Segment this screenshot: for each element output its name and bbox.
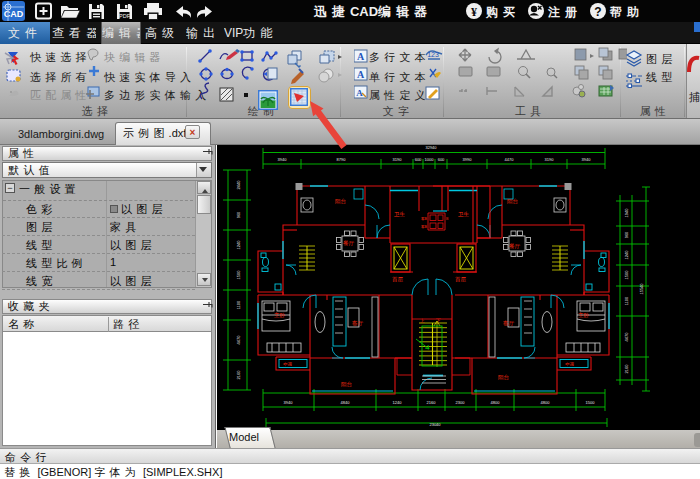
svg-text:客B: 客B <box>421 216 428 221</box>
svg-text:960: 960 <box>624 231 629 238</box>
svg-text:3940: 3940 <box>284 400 294 405</box>
svg-text:3990: 3990 <box>463 157 473 162</box>
svg-text:4800: 4800 <box>541 400 551 405</box>
svg-text:1500: 1500 <box>586 400 596 405</box>
svg-text:2160: 2160 <box>427 400 437 405</box>
svg-text:960: 960 <box>236 211 241 218</box>
svg-text:4800: 4800 <box>491 400 501 405</box>
svg-text:空调: 空调 <box>565 361 574 367</box>
svg-text:1100: 1100 <box>624 296 629 305</box>
svg-text:阳台: 阳台 <box>341 381 352 388</box>
svg-text:CAD: CAD <box>4 9 24 19</box>
svg-text:¥: ¥ <box>471 5 477 19</box>
svg-text:首层: 首层 <box>455 276 467 282</box>
svg-text:1100: 1100 <box>236 300 241 309</box>
svg-text:2160: 2160 <box>236 370 241 380</box>
svg-text:3940: 3940 <box>582 157 592 162</box>
svg-text:B: B <box>446 217 449 221</box>
svg-text:餐厅: 餐厅 <box>509 243 521 249</box>
svg-text:卫生: 卫生 <box>394 211 406 217</box>
svg-text:客厅: 客厅 <box>352 320 364 327</box>
svg-text:1500: 1500 <box>236 270 241 280</box>
svg-text:4470: 4470 <box>505 157 515 162</box>
svg-text:1000: 1000 <box>425 157 435 162</box>
svg-text:600: 600 <box>438 157 445 162</box>
svg-text:3190: 3190 <box>393 157 403 162</box>
svg-text:空调: 空调 <box>283 361 292 367</box>
svg-text:600: 600 <box>415 157 422 162</box>
svg-text:阳台: 阳台 <box>507 198 518 205</box>
svg-text:3940: 3940 <box>278 157 288 162</box>
svg-text:1240: 1240 <box>393 400 403 405</box>
svg-text:客B: 客B <box>421 224 428 229</box>
svg-text:3190: 3190 <box>545 157 555 162</box>
svg-text:餐厅: 餐厅 <box>343 240 355 246</box>
svg-text:1240: 1240 <box>624 250 629 260</box>
svg-text:1240: 1240 <box>236 240 241 250</box>
svg-text:2160: 2160 <box>624 364 629 374</box>
svg-text:1940: 1940 <box>624 208 629 218</box>
svg-text:32940: 32940 <box>425 145 437 150</box>
svg-text:上: 上 <box>420 318 425 323</box>
svg-text:主卧: 主卧 <box>274 312 286 318</box>
svg-text:1500: 1500 <box>624 270 629 280</box>
svg-text:4470: 4470 <box>624 332 629 342</box>
svg-text:卫生: 卫生 <box>458 211 470 217</box>
svg-text:123: 123 <box>427 51 439 58</box>
svg-text:A: A <box>357 69 365 80</box>
svg-text:阳台: 阳台 <box>335 198 346 205</box>
svg-text:主卧: 主卧 <box>578 312 590 318</box>
svg-text:?: ? <box>594 5 601 19</box>
svg-text:阳台: 阳台 <box>498 374 509 381</box>
svg-text:下: 下 <box>436 318 441 323</box>
svg-text:2300: 2300 <box>456 400 466 405</box>
svg-text:4840: 4840 <box>341 400 351 405</box>
svg-text:15540: 15540 <box>639 283 644 295</box>
svg-text:首层: 首层 <box>392 276 404 282</box>
svg-text:客厅: 客厅 <box>503 320 515 327</box>
svg-text:2440: 2440 <box>236 180 241 190</box>
svg-text:23040: 23040 <box>429 422 441 427</box>
svg-text:4470: 4470 <box>236 335 241 345</box>
svg-text:PDF: PDF <box>119 13 131 19</box>
svg-text:A: A <box>357 51 365 62</box>
